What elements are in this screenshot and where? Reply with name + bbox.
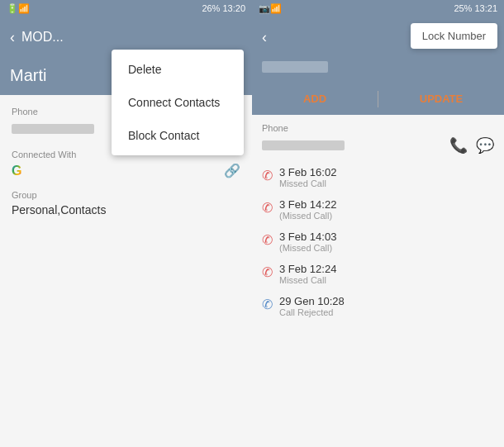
missed-call-icon: ✆ bbox=[262, 200, 273, 216]
update-button[interactable]: UPDATE bbox=[378, 89, 504, 108]
missed-call-icon: ✆ bbox=[262, 168, 273, 183]
add-button[interactable]: ADD bbox=[252, 89, 378, 108]
call-type: (Missed Call) bbox=[279, 243, 336, 253]
call-details: 29 Gen 10:28Call Rejected bbox=[279, 295, 345, 317]
phone-placeholder bbox=[12, 124, 94, 134]
google-icon: G bbox=[12, 164, 21, 178]
right-status-icons: 📷📶 bbox=[259, 3, 282, 14]
call-log-item: ✆3 Feb 14:03(Missed Call) bbox=[262, 231, 494, 253]
left-back-button[interactable]: ‹ bbox=[10, 29, 15, 46]
right-phone-row: 📞 💬 bbox=[262, 136, 494, 155]
call-type: Missed Call bbox=[279, 178, 336, 188]
right-call-icon[interactable]: 📞 bbox=[449, 136, 468, 155]
left-panel: 🔋📶 26% 13:20 ‹ MOD... Delete Connect Con… bbox=[0, 0, 252, 447]
right-body: Phone 📞 💬 ✆3 Feb 16:02Missed Call✆3 Feb … bbox=[252, 115, 504, 447]
rejected-call-icon: ✆ bbox=[262, 297, 273, 312]
call-log-item: ✆3 Feb 12:24Missed Call bbox=[262, 263, 494, 285]
right-phone-placeholder bbox=[262, 140, 345, 150]
group-section: Group Personal,Contacts bbox=[12, 190, 240, 216]
call-date: 3 Feb 14:03 bbox=[279, 231, 336, 243]
call-type: Call Rejected bbox=[279, 307, 345, 317]
call-date: 29 Gen 10:28 bbox=[279, 295, 345, 307]
call-log-item: ✆29 Gen 10:28Call Rejected bbox=[262, 295, 494, 317]
missed-call-icon: ✆ bbox=[262, 264, 273, 280]
call-date: 3 Feb 12:24 bbox=[279, 263, 336, 275]
group-value: Personal,Contacts bbox=[12, 203, 240, 216]
connected-row: G 🔗 bbox=[12, 163, 240, 178]
link-icon[interactable]: 🔗 bbox=[224, 163, 240, 178]
group-label: Group bbox=[12, 190, 240, 200]
left-status-time: 26% 13:20 bbox=[202, 3, 245, 13]
right-status-bar: 📷📶 25% 13:21 bbox=[252, 0, 504, 17]
call-log: ✆3 Feb 16:02Missed Call✆3 Feb 14:22(Miss… bbox=[262, 166, 494, 317]
right-message-icon[interactable]: 💬 bbox=[476, 136, 494, 155]
left-status-icons: 🔋📶 bbox=[7, 3, 30, 14]
call-details: 3 Feb 14:03(Missed Call) bbox=[279, 231, 336, 253]
call-date: 3 Feb 14:22 bbox=[279, 198, 336, 211]
call-log-item: ✆3 Feb 14:22(Missed Call) bbox=[262, 198, 494, 221]
dropdown-block-contact[interactable]: Block Contact bbox=[112, 119, 244, 152]
call-details: 3 Feb 16:02Missed Call bbox=[279, 166, 336, 188]
right-phone-icons: 📞 💬 bbox=[449, 136, 494, 155]
contact-name-placeholder bbox=[262, 61, 328, 73]
right-status-time: 25% 13:21 bbox=[454, 3, 497, 13]
missed-call-icon: ✆ bbox=[262, 232, 273, 248]
right-contact-bar bbox=[252, 58, 504, 83]
dropdown-connect-contacts[interactable]: Connect Contacts bbox=[112, 86, 244, 119]
call-type: (Missed Call) bbox=[279, 211, 336, 221]
right-back-button[interactable]: ‹ bbox=[262, 29, 267, 46]
left-header-title: MOD... bbox=[21, 30, 64, 45]
right-action-bar: ADD UPDATE bbox=[252, 83, 504, 115]
call-log-item: ✆3 Feb 16:02Missed Call bbox=[262, 166, 494, 188]
call-details: 3 Feb 14:22(Missed Call) bbox=[279, 198, 336, 221]
call-date: 3 Feb 16:02 bbox=[279, 166, 336, 178]
dropdown-delete[interactable]: Delete bbox=[112, 53, 244, 86]
right-phone-label: Phone bbox=[262, 123, 494, 133]
call-type: Missed Call bbox=[279, 275, 336, 285]
call-details: 3 Feb 12:24Missed Call bbox=[279, 263, 336, 285]
dropdown-menu: Delete Connect Contacts Block Contact bbox=[112, 50, 244, 155]
left-status-bar: 🔋📶 26% 13:20 bbox=[0, 0, 252, 17]
lock-number-box[interactable]: Lock Number bbox=[411, 23, 497, 49]
right-panel: 📷📶 25% 13:21 ‹ Lock Number ADD UPDATE Ph… bbox=[252, 0, 504, 447]
contact-name: Marti bbox=[10, 66, 46, 85]
right-header: ‹ Lock Number bbox=[252, 17, 504, 58]
